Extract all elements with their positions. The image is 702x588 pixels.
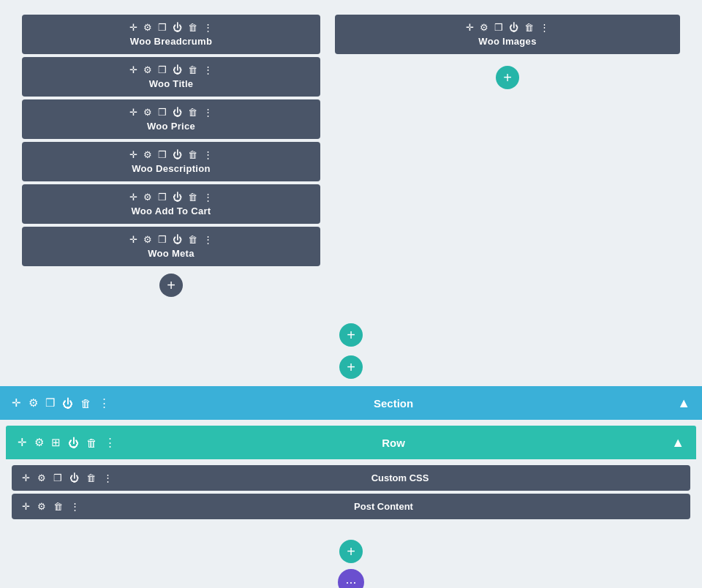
add-widget-right-button[interactable]: + xyxy=(496,66,519,89)
bottom-buttons: + ··· xyxy=(0,525,702,588)
row-more-icon[interactable]: ⋮ xyxy=(105,436,116,449)
widget-trash-icon[interactable]: 🗑 xyxy=(86,472,96,483)
widget-woo-add-to-cart[interactable]: ✛ ⚙ ❒ ⏻ 🗑 ⋮ Woo Add To Cart xyxy=(22,184,320,224)
row-trash-icon[interactable]: 🗑 xyxy=(86,437,97,449)
settings-icon[interactable]: ⚙ xyxy=(143,107,152,118)
trash-icon[interactable]: 🗑 xyxy=(188,234,197,245)
widget-duplicate-icon[interactable]: ❒ xyxy=(53,472,62,483)
widget-post-content[interactable]: ✛ ⚙ 🗑 ⋮ Post Content xyxy=(12,494,690,519)
widget-woo-description[interactable]: ✛ ⚙ ❒ ⏻ 🗑 ⋮ Woo Description xyxy=(22,142,320,181)
power-icon[interactable]: ⏻ xyxy=(173,107,182,118)
move-icon[interactable]: ✛ xyxy=(129,234,137,245)
more-icon[interactable]: ⋮ xyxy=(203,64,213,75)
move-icon[interactable]: ✛ xyxy=(129,107,137,118)
more-icon[interactable]: ⋮ xyxy=(540,22,549,33)
settings-icon[interactable]: ⚙ xyxy=(143,192,152,203)
section-move-icon[interactable]: ✛ xyxy=(12,396,21,410)
widget-more-icon[interactable]: ⋮ xyxy=(103,472,113,483)
move-icon[interactable]: ✛ xyxy=(129,22,137,33)
add-section-button-1[interactable]: + xyxy=(339,323,363,347)
move-icon[interactable]: ✛ xyxy=(129,149,137,160)
widget-icons: ✛ ⚙ ❒ ⏻ 🗑 ⋮ xyxy=(129,234,213,245)
widget-woo-images[interactable]: ✛ ⚙ ❒ ⏻ 🗑 ⋮ Woo Images xyxy=(335,15,680,54)
power-icon[interactable]: ⏻ xyxy=(509,22,518,33)
section-bar-left: ✛ ⚙ ❒ ⏻ 🗑 ⋮ xyxy=(12,396,110,410)
row-bar[interactable]: ✛ ⚙ ⊞ ⏻ 🗑 ⋮ Row ▲ xyxy=(6,426,696,459)
trash-icon[interactable]: 🗑 xyxy=(188,64,197,75)
move-icon[interactable]: ✛ xyxy=(129,64,137,75)
section-settings-icon[interactable]: ⚙ xyxy=(29,396,38,410)
widget-label: Woo Breadcrumb xyxy=(130,36,212,47)
top-area: ✛ ⚙ ❒ ⏻ 🗑 ⋮ Woo Breadcrumb ✛ ⚙ ❒ ⏻ 🗑 ⋮ W… xyxy=(0,0,702,312)
widget-move-icon[interactable]: ✛ xyxy=(22,501,30,512)
section-container: ✛ ⚙ ❒ ⏻ 🗑 ⋮ Section ▲ ✛ ⚙ ⊞ ⏻ 🗑 ⋮ Row ▲ xyxy=(0,386,702,588)
more-icon[interactable]: ⋮ xyxy=(203,22,213,33)
more-icon[interactable]: ⋮ xyxy=(203,149,213,160)
settings-icon[interactable]: ⚙ xyxy=(143,149,152,160)
section-collapse-icon[interactable]: ▲ xyxy=(677,396,690,411)
left-column: ✛ ⚙ ❒ ⏻ 🗑 ⋮ Woo Breadcrumb ✛ ⚙ ❒ ⏻ 🗑 ⋮ W… xyxy=(22,15,320,297)
power-icon[interactable]: ⏻ xyxy=(173,149,182,160)
widget-more-icon[interactable]: ⋮ xyxy=(70,501,80,512)
row-collapse-icon[interactable]: ▲ xyxy=(671,435,684,451)
section-duplicate-icon[interactable]: ❒ xyxy=(45,396,55,410)
row-columns-icon[interactable]: ⊞ xyxy=(51,436,61,449)
widget-move-icon[interactable]: ✛ xyxy=(22,472,30,483)
widget-woo-price[interactable]: ✛ ⚙ ❒ ⏻ 🗑 ⋮ Woo Price xyxy=(22,99,320,139)
add-widget-left-button[interactable]: + xyxy=(159,274,183,297)
widget-icons: ✛ ⚙ ❒ ⏻ 🗑 ⋮ xyxy=(466,22,549,33)
section-more-icon[interactable]: ⋮ xyxy=(99,396,110,410)
row-settings-icon[interactable]: ⚙ xyxy=(34,436,44,449)
widget-icons: ✛ ⚙ ❒ ⏻ 🗑 ⋮ xyxy=(129,22,213,33)
inner-widgets: ✛ ⚙ ❒ ⏻ 🗑 ⋮ Custom CSS ✛ ⚙ 🗑 ⋮ Post Cont… xyxy=(6,459,696,525)
widget-settings-icon[interactable]: ⚙ xyxy=(37,472,46,483)
widget-icons: ✛ ⚙ ❒ ⏻ 🗑 ⋮ xyxy=(129,192,213,203)
widget-icons: ✛ ⚙ ❒ ⏻ 🗑 ⋮ xyxy=(129,64,213,75)
row-move-icon[interactable]: ✛ xyxy=(18,436,27,449)
settings-icon[interactable]: ⚙ xyxy=(143,64,152,75)
move-icon[interactable]: ✛ xyxy=(129,192,137,203)
duplicate-icon[interactable]: ❒ xyxy=(158,192,167,203)
more-options-button[interactable]: ··· xyxy=(338,569,364,588)
row-power-icon[interactable]: ⏻ xyxy=(68,437,79,449)
section-power-icon[interactable]: ⏻ xyxy=(62,397,73,410)
more-icon[interactable]: ⋮ xyxy=(203,234,213,245)
add-inner-widget-button[interactable]: + xyxy=(339,540,363,563)
power-icon[interactable]: ⏻ xyxy=(173,64,182,75)
duplicate-icon[interactable]: ❒ xyxy=(158,64,167,75)
more-icon[interactable]: ⋮ xyxy=(203,192,213,203)
duplicate-icon[interactable]: ❒ xyxy=(494,22,503,33)
trash-icon[interactable]: 🗑 xyxy=(524,22,534,33)
duplicate-icon[interactable]: ❒ xyxy=(158,149,167,160)
widget-woo-breadcrumb[interactable]: ✛ ⚙ ❒ ⏻ 🗑 ⋮ Woo Breadcrumb xyxy=(22,15,320,54)
widget-woo-meta[interactable]: ✛ ⚙ ❒ ⏻ 🗑 ⋮ Woo Meta xyxy=(22,227,320,266)
trash-icon[interactable]: 🗑 xyxy=(188,149,197,160)
section-trash-icon[interactable]: 🗑 xyxy=(80,397,91,410)
section-bar-right: ▲ xyxy=(677,396,690,411)
widget-label: Post Content xyxy=(87,501,680,512)
settings-icon[interactable]: ⚙ xyxy=(143,234,152,245)
row-label: Row xyxy=(116,437,671,449)
widget-custom-css[interactable]: ✛ ⚙ ❒ ⏻ 🗑 ⋮ Custom CSS xyxy=(12,465,690,491)
power-icon[interactable]: ⏻ xyxy=(173,234,182,245)
widget-icons: ✛ ⚙ ❒ ⏻ 🗑 ⋮ xyxy=(129,149,213,160)
duplicate-icon[interactable]: ❒ xyxy=(158,22,167,33)
settings-icon[interactable]: ⚙ xyxy=(143,22,152,33)
settings-icon[interactable]: ⚙ xyxy=(480,22,488,33)
duplicate-icon[interactable]: ❒ xyxy=(158,234,167,245)
power-icon[interactable]: ⏻ xyxy=(173,192,182,203)
power-icon[interactable]: ⏻ xyxy=(173,22,182,33)
right-column: ✛ ⚙ ❒ ⏻ 🗑 ⋮ Woo Images + xyxy=(335,15,680,297)
trash-icon[interactable]: 🗑 xyxy=(188,22,197,33)
duplicate-icon[interactable]: ❒ xyxy=(158,107,167,118)
widget-power-icon[interactable]: ⏻ xyxy=(69,472,79,483)
trash-icon[interactable]: 🗑 xyxy=(188,107,197,118)
widget-trash-icon[interactable]: 🗑 xyxy=(53,501,63,512)
section-bar[interactable]: ✛ ⚙ ❒ ⏻ 🗑 ⋮ Section ▲ xyxy=(0,386,702,420)
widget-settings-icon[interactable]: ⚙ xyxy=(37,501,46,512)
add-section-button-2[interactable]: + xyxy=(339,355,363,379)
move-icon[interactable]: ✛ xyxy=(466,22,474,33)
widget-woo-title[interactable]: ✛ ⚙ ❒ ⏻ 🗑 ⋮ Woo Title xyxy=(22,57,320,97)
more-icon[interactable]: ⋮ xyxy=(203,107,213,118)
trash-icon[interactable]: 🗑 xyxy=(188,192,197,203)
